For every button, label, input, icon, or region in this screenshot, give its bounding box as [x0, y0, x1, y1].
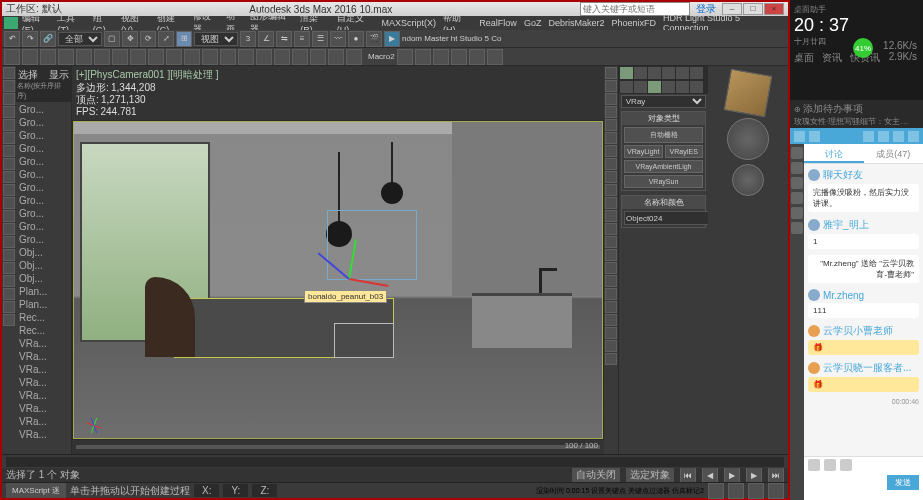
auto-key[interactable]: 自动关闭 [572, 467, 620, 483]
scene-item[interactable]: VRa... [17, 428, 70, 441]
space-cat[interactable] [690, 81, 703, 93]
maxscript-tab[interactable]: MAXScript 迷 [6, 483, 66, 498]
se-select[interactable]: 选择 [18, 68, 38, 78]
chat-hdr-4[interactable] [893, 131, 904, 142]
viewport[interactable]: bonaldo_peanut_b03 [73, 121, 603, 439]
tb2-25[interactable] [469, 49, 485, 65]
scene-item[interactable]: Gro... [17, 103, 70, 116]
menu-realflow[interactable]: RealFlow [476, 18, 520, 28]
timeline[interactable] [2, 454, 788, 468]
chat-messages[interactable]: 聊天好友完播像没吸粉，然后实力没讲课。 雅宇_明上1 "Mr.zheng" 送给… [804, 164, 923, 456]
snap-toggle[interactable]: 3 [240, 31, 256, 47]
utilities-tab[interactable] [690, 67, 703, 79]
todo-bar[interactable]: ⊕ 添加待办事项 [790, 100, 923, 114]
lt-9[interactable] [3, 171, 15, 183]
rt-20[interactable] [605, 314, 617, 326]
chat-hdr-1[interactable] [809, 131, 820, 142]
name-color-rollout[interactable]: 名称和颜色 [622, 196, 705, 209]
viewport-label[interactable]: [+][PhysCamera001 ][明暗处理 ] [72, 66, 604, 80]
camera-cat[interactable] [662, 81, 675, 93]
chat-header[interactable] [790, 128, 923, 144]
lt-5[interactable] [3, 119, 15, 131]
tb2-3[interactable] [40, 49, 56, 65]
macro-label[interactable]: Macro2 [368, 52, 395, 61]
rt-9[interactable] [605, 171, 617, 183]
lt-11[interactable] [3, 197, 15, 209]
tb2-18[interactable] [310, 49, 326, 65]
rt-1[interactable] [605, 67, 617, 79]
lt-7[interactable] [3, 145, 15, 157]
scene-item[interactable]: VRa... [17, 363, 70, 376]
scene-list[interactable]: Gro... Gro... Gro... Gro... Gro... Gro..… [16, 102, 71, 442]
desktop-assistant[interactable]: 桌面助手 20 : 37 41% 十月廿四 12.6K/s 2.9K/s 桌面 … [790, 0, 923, 100]
lt-12[interactable] [3, 210, 15, 222]
rt-2[interactable] [605, 80, 617, 92]
lt-8[interactable] [3, 158, 15, 170]
scene-item[interactable]: Gro... [17, 116, 70, 129]
se-display[interactable]: 显示 [49, 68, 69, 78]
rt-10[interactable] [605, 184, 617, 196]
light-cat[interactable] [648, 81, 661, 93]
select-button[interactable]: ▢ [104, 31, 120, 47]
geom-cat[interactable] [620, 81, 633, 93]
rt-3[interactable] [605, 93, 617, 105]
rt-14[interactable] [605, 236, 617, 248]
ctl-share-icon[interactable] [791, 192, 803, 204]
steering-wheel[interactable] [727, 118, 769, 160]
tb2-6[interactable] [94, 49, 110, 65]
lt-13[interactable] [3, 223, 15, 235]
hdr-studio[interactable]: ht Studio 5 Co [451, 34, 502, 43]
opt-news[interactable]: 资讯 [822, 51, 842, 65]
lt-18[interactable] [3, 288, 15, 300]
curve-editor[interactable]: 〰 [330, 31, 346, 47]
lt-10[interactable] [3, 184, 15, 196]
object-type-rollout[interactable]: 对象类型 [622, 112, 705, 125]
create-tab[interactable] [620, 67, 633, 79]
zoom-all[interactable] [728, 483, 744, 499]
rt-13[interactable] [605, 223, 617, 235]
tb2-17[interactable] [292, 49, 308, 65]
move-button[interactable]: ✥ [122, 31, 138, 47]
rt-17[interactable] [605, 275, 617, 287]
chat-tab-members[interactable]: 成员(47) [864, 144, 924, 163]
scene-item[interactable]: Gro... [17, 155, 70, 168]
scene-item[interactable]: Gro... [17, 181, 70, 194]
coord-x[interactable]: X: [194, 484, 219, 497]
autogrid-check[interactable]: 自动栅格 [624, 127, 703, 143]
scene-item[interactable]: Gro... [17, 194, 70, 207]
lt-6[interactable] [3, 132, 15, 144]
tb2-12[interactable] [202, 49, 218, 65]
snap-button[interactable]: ⊞ [176, 31, 192, 47]
play-start[interactable]: ⏮ [680, 467, 696, 483]
scene-item[interactable]: Plan... [17, 298, 70, 311]
play-next[interactable]: ▶ [746, 467, 762, 483]
rt-22[interactable] [605, 340, 617, 352]
chat-hdr-2[interactable] [863, 131, 874, 142]
undo-button[interactable]: ↶ [4, 31, 20, 47]
rt-7[interactable] [605, 145, 617, 157]
viewcube[interactable] [724, 69, 773, 118]
material-editor[interactable]: ● [348, 31, 364, 47]
random-master[interactable]: ndom Master [402, 34, 449, 43]
rt-5[interactable] [605, 119, 617, 131]
opt-desktop[interactable]: 桌面 [794, 51, 814, 65]
image-icon[interactable] [824, 459, 836, 471]
tb2-10[interactable] [166, 49, 182, 65]
tb2-24[interactable] [451, 49, 467, 65]
tb2-11[interactable] [184, 49, 200, 65]
helper-cat[interactable] [676, 81, 689, 93]
scene-item[interactable]: Gro... [17, 220, 70, 233]
redo-button[interactable]: ↷ [22, 31, 38, 47]
gizmo-x-axis[interactable] [348, 278, 388, 287]
tb2-2[interactable] [22, 49, 38, 65]
scene-item[interactable]: VRa... [17, 337, 70, 350]
menu-goz[interactable]: GoZ [521, 18, 545, 28]
chat-hdr-5[interactable] [908, 131, 919, 142]
scene-item[interactable]: Obj... [17, 272, 70, 285]
tb2-5[interactable] [76, 49, 92, 65]
shape-cat[interactable] [634, 81, 647, 93]
menu-phoenix[interactable]: PhoenixFD [608, 18, 659, 28]
selected-obj[interactable]: 选定对象 [626, 467, 674, 483]
scene-item[interactable]: Rec... [17, 324, 70, 337]
mirror-button[interactable]: ⇋ [276, 31, 292, 47]
